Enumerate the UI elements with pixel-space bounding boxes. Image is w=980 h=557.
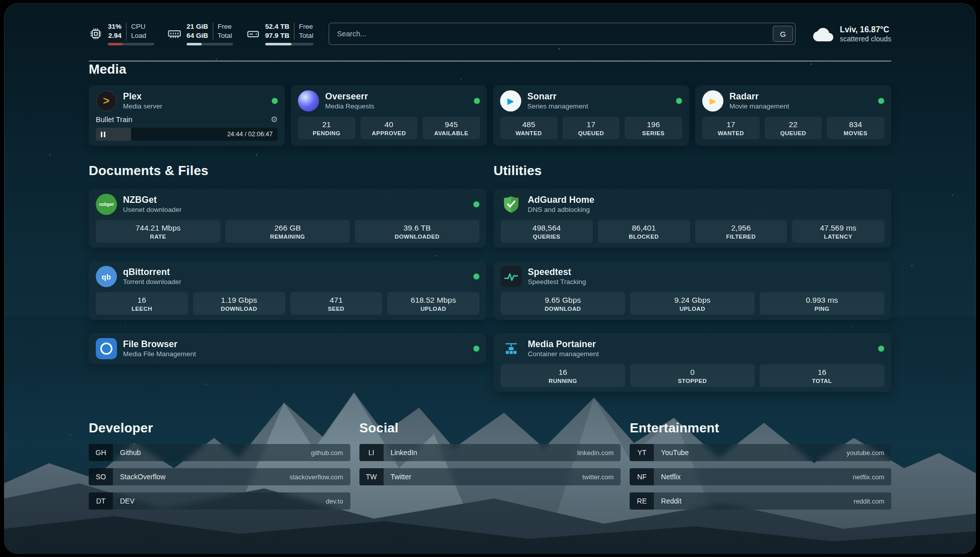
app-card-qbittorrent[interactable]: qb qBittorrent Torrent downloader 16LEEC…	[89, 261, 486, 320]
bookmark-section: Developer GH Github github.com SO StackO…	[89, 420, 891, 510]
stat-tile-latency: 47.569 msLATENCY	[792, 220, 884, 243]
status-dot	[878, 346, 884, 352]
settings-gear-icon[interactable]: ⚙	[271, 116, 278, 124]
status-dot	[878, 98, 884, 104]
stat-tile-wanted: 485WANTED	[500, 117, 558, 139]
stat-tile-queries: 498,564QUERIES	[501, 220, 593, 243]
media-card-grid: > Plex Media server Bullet Train ⚙ 24:44…	[89, 85, 891, 146]
search-engine-button[interactable]: G	[773, 26, 793, 42]
documents-column: Documents & Files nzbget NZBGet Usenet d…	[89, 163, 486, 364]
stat-tile-upload: 9.24 GbpsUPLOAD	[630, 292, 755, 315]
ram-icon	[167, 27, 181, 41]
app-name: AdGuard Home	[528, 194, 594, 206]
bookmark-name: Reddit	[661, 497, 681, 505]
app-card-filebrowser[interactable]: File Browser Media File Management	[89, 333, 486, 364]
app-card-nzbget[interactable]: nzbget NZBGet Usenet downloader 744.21 M…	[89, 189, 486, 248]
speedtest-waveform-icon	[501, 266, 522, 287]
bookmark-abbr: SO	[89, 468, 113, 485]
stat-tile-upload: 618.52 MbpsUPLOAD	[387, 292, 479, 315]
app-name: File Browser	[123, 339, 196, 350]
bookmark-github[interactable]: GH Github github.com	[89, 444, 350, 461]
divider	[213, 23, 213, 40]
app-card-radarr[interactable]: ▶ Radarr Movie management 17WANTED 22QUE…	[695, 85, 891, 146]
section-title-documents: Documents & Files	[89, 163, 486, 179]
stat-tile-downloaded: 39.6 TBDOWNLOADED	[355, 220, 479, 243]
portainer-crane-icon	[501, 338, 522, 359]
filebrowser-icon	[96, 338, 117, 359]
stat-tile-leech: 16LEECH	[96, 292, 188, 315]
pause-icon[interactable]	[101, 132, 105, 137]
app-card-adguard[interactable]: AdGuard Home DNS and adblocking 498,564Q…	[494, 189, 891, 248]
bookmark-abbr: RE	[630, 492, 654, 510]
bookmark-dev[interactable]: DT DEV dev.to	[89, 492, 350, 510]
weather-condition: scattered clouds	[840, 35, 891, 43]
bookmark-linkedin[interactable]: LI LinkedIn linkedin.com	[359, 444, 621, 461]
status-dot	[473, 273, 479, 280]
app-name: Plex	[123, 91, 162, 102]
stat-tile-series: 196SERIES	[625, 117, 682, 139]
bookmark-twitter[interactable]: TW Twitter twitter.com	[359, 468, 621, 485]
bookmark-url: youtube.com	[847, 449, 884, 457]
app-card-plex[interactable]: > Plex Media server Bullet Train ⚙ 24:44…	[89, 85, 285, 146]
cloud-icon	[813, 26, 834, 41]
app-card-portainer[interactable]: Media Portainer Container management 16R…	[494, 333, 891, 392]
memory-widget: 21 GiB 64 GiB Free Total	[167, 22, 233, 45]
bookmark-stackoverflow[interactable]: SO StackOverflow stackoverflow.com	[89, 468, 350, 485]
status-dot	[474, 98, 480, 104]
app-subtitle: Media File Management	[123, 350, 196, 359]
total-label: Total	[299, 31, 314, 40]
app-card-speedtest[interactable]: Speedtest Speedtest Tracking 9.65 GbpsDO…	[494, 261, 891, 320]
bookmark-abbr: TW	[359, 468, 384, 485]
overseerr-icon	[298, 90, 319, 112]
app-card-sonarr[interactable]: ▶ Sonarr Series management 485WANTED 17Q…	[493, 85, 689, 146]
stat-tile-filtered: 2,956FILTERED	[695, 220, 787, 243]
sonarr-icon: ▶	[500, 90, 521, 112]
bookmark-url: reddit.com	[853, 497, 884, 505]
cpu-percent: 31%	[108, 22, 121, 31]
bookmark-column-entertainment: Entertainment YT YouTube youtube.com NF …	[630, 420, 891, 510]
bookmark-name: YouTube	[661, 449, 689, 457]
search-input[interactable]	[329, 30, 771, 38]
stat-tile-download: 1.19 GbpsDOWNLOAD	[193, 292, 285, 315]
stat-tile-approved: 40APPROVED	[360, 117, 418, 139]
stat-tile-blocked: 86,401BLOCKED	[598, 220, 690, 243]
stat-tile-wanted: 17WANTED	[702, 117, 760, 139]
stat-tile-movies: 834MOVIES	[827, 117, 884, 139]
app-subtitle: Movie management	[729, 102, 789, 111]
status-dot	[272, 98, 278, 104]
ram-total: 64 GiB	[187, 31, 208, 40]
bookmark-column-social: Social LI LinkedIn linkedin.com TW Twitt…	[359, 420, 621, 510]
load-label: Load	[131, 31, 146, 40]
app-card-overseerr[interactable]: Overseerr Media Requests 21PENDING 40APP…	[291, 85, 487, 146]
stat-tile-pending: 21PENDING	[298, 117, 355, 139]
bookmark-abbr: GH	[89, 444, 113, 461]
section-title-media: Media	[89, 62, 891, 77]
ram-progress-bar	[187, 43, 233, 45]
bookmark-reddit[interactable]: RE Reddit reddit.com	[630, 492, 891, 510]
stat-tile-seed: 471SEED	[290, 292, 383, 315]
app-name: NZBGet	[123, 194, 181, 206]
bookmark-netflix[interactable]: NF Netflix netflix.com	[630, 468, 891, 485]
status-dot	[676, 98, 682, 104]
cpu-chip-icon	[89, 27, 103, 41]
bookmark-abbr: NF	[630, 468, 654, 485]
stat-tile-download: 9.65 GbpsDOWNLOAD	[501, 292, 625, 315]
bookmark-url: netflix.com	[853, 473, 884, 481]
app-subtitle: Series management	[527, 102, 588, 111]
section-title-social: Social	[359, 420, 621, 436]
bookmark-youtube[interactable]: YT YouTube youtube.com	[630, 444, 891, 461]
status-dot	[473, 201, 479, 207]
playback-progress-bar[interactable]: 24:44 / 02:06:47	[96, 128, 278, 141]
app-subtitle: Speedtest Tracking	[528, 277, 586, 287]
cpu-load: 2.94	[108, 31, 121, 40]
bookmark-name: DEV	[120, 497, 135, 505]
bookmark-url: dev.to	[326, 497, 343, 505]
bookmark-abbr: DT	[89, 492, 113, 510]
divider	[294, 23, 294, 40]
nzbget-icon: nzbget	[96, 194, 117, 215]
app-name: Speedtest	[528, 266, 586, 278]
utilities-column: Utilities AdGuard Home DNS and	[494, 163, 891, 392]
system-stats: 31% 2.94 CPU Load	[89, 22, 314, 45]
section-title-entertainment: Entertainment	[630, 420, 891, 436]
bookmark-url: twitter.com	[582, 473, 614, 481]
